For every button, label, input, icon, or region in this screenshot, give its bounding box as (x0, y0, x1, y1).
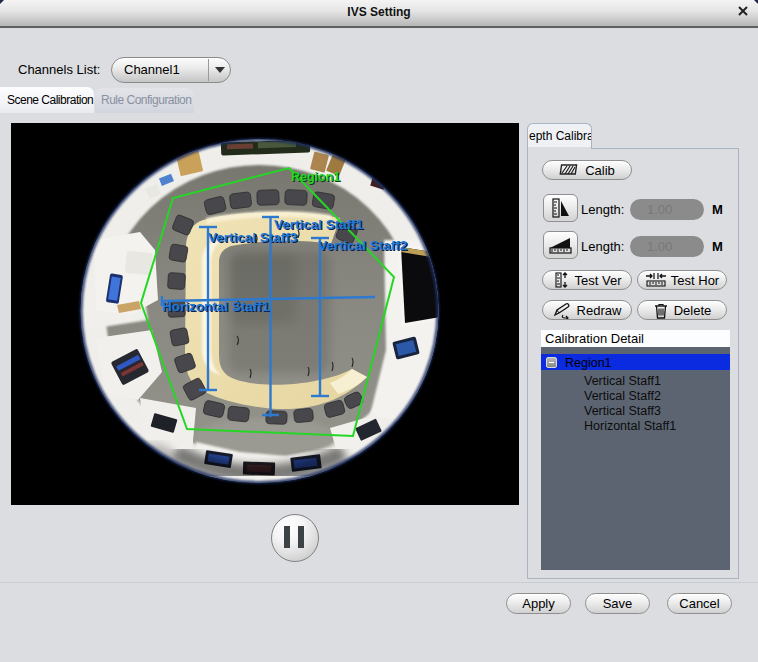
svg-text:Vertical Staff2: Vertical Staff2 (318, 238, 407, 253)
svg-text:Horizontal Staff1: Horizontal Staff1 (162, 299, 270, 314)
svg-text:Vertical Staff3: Vertical Staff3 (208, 230, 298, 245)
svg-text:Region1: Region1 (291, 170, 340, 184)
